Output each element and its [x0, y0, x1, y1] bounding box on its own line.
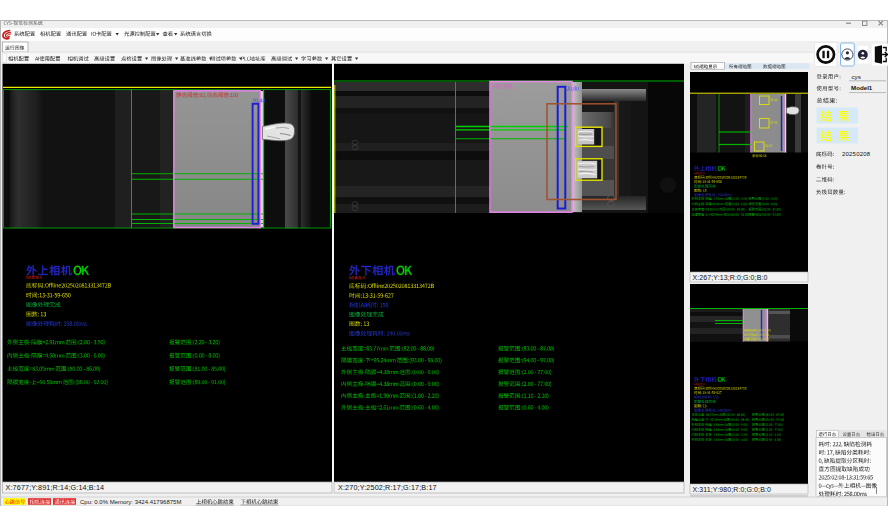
svg-text:X:267;Y:13;R:0;G:0;B:0: X:267;Y:13;R:0;G:0;B:0: [693, 274, 768, 281]
svg-text:X:311;Y:980;R:0;G:0;B:0: X:311;Y:980;R:0;G:0;B:0: [693, 486, 771, 493]
svg-text:X:7677;Y:891;R:14;G:14;B:14: X:7677;Y:891;R:14;G:14;B:14: [6, 483, 105, 492]
svg-text:Model1: Model1: [851, 84, 873, 91]
svg-text:20250208: 20250208: [842, 151, 871, 157]
svg-text:Cpu: 0.0% Memory: 3424.4179687: Cpu: 0.0% Memory: 3424.41796875M: [80, 499, 181, 505]
svg-text:X:270;Y:2502;R:17;G:17;B:17: X:270;Y:2502;R:17;G:17;B:17: [338, 483, 437, 492]
svg-text:cys: cys: [852, 73, 861, 80]
